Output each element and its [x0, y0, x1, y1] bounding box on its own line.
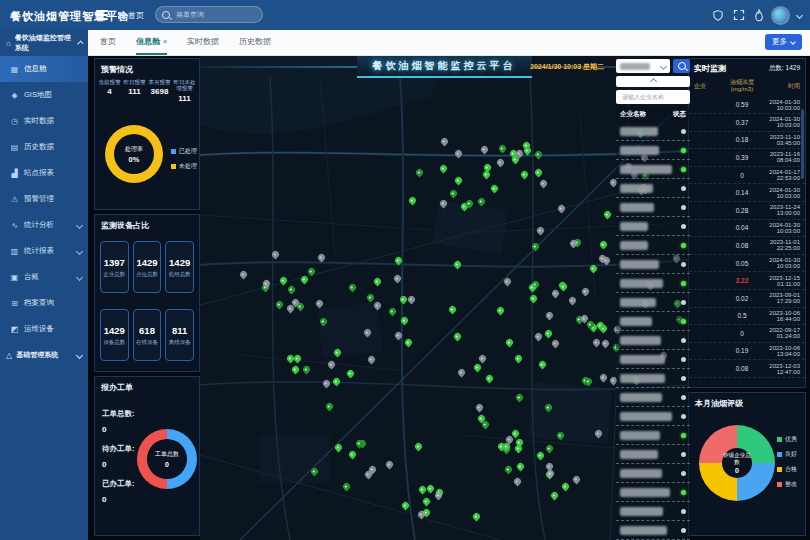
company-list-item[interactable] [616, 160, 690, 179]
realtime-row[interactable]: 0.282023-11-24 13:00:00 [689, 202, 805, 220]
map-marker[interactable] [316, 252, 326, 262]
sidebar-item-ledger[interactable]: ▣台账 [0, 264, 88, 290]
map-marker[interactable] [453, 331, 463, 341]
realtime-row[interactable]: 0.022023-09-01 17:29:00 [689, 290, 805, 308]
map-marker[interactable] [551, 338, 561, 348]
map-marker[interactable] [394, 331, 404, 341]
map-marker[interactable] [385, 460, 395, 470]
map-marker[interactable] [485, 373, 495, 383]
realtime-row[interactable]: 0.372024-01-30 10:03:00 [689, 114, 805, 132]
map-marker[interactable] [520, 170, 530, 180]
map-marker[interactable] [270, 249, 280, 259]
map-marker[interactable] [543, 329, 553, 339]
company-list-item[interactable] [616, 350, 690, 369]
map-marker[interactable] [598, 372, 608, 382]
area-select[interactable] [616, 59, 670, 73]
map-marker[interactable] [474, 402, 484, 412]
sidebar-item-statistical-analysis[interactable]: ∿统计分析 [0, 212, 88, 238]
company-name-search[interactable] [616, 90, 690, 104]
tab-首页[interactable]: 首页 [100, 30, 116, 55]
map-marker[interactable] [449, 189, 459, 199]
map-marker[interactable] [347, 450, 357, 460]
company-list-item[interactable] [616, 255, 690, 274]
company-list-item[interactable] [616, 198, 690, 217]
sidebar-item-history-data[interactable]: ▤历史数据 [0, 134, 88, 160]
sidebar-section-base-system[interactable]: △ 基础管理系统 [0, 342, 88, 368]
tab-信息舱[interactable]: 信息舱× [136, 30, 167, 55]
map-marker[interactable] [581, 287, 591, 297]
map-marker[interactable] [602, 210, 612, 220]
map-marker[interactable] [365, 293, 375, 303]
map-marker[interactable] [537, 360, 547, 370]
map-marker[interactable] [292, 353, 302, 363]
sidebar-item-station-report[interactable]: ▟站点报表 [0, 160, 88, 186]
company-list-item[interactable] [616, 141, 690, 160]
collapse-bar[interactable] [616, 76, 690, 87]
map-marker[interactable] [333, 442, 343, 452]
notification-shield-icon[interactable] [712, 9, 724, 22]
company-list-item[interactable] [616, 369, 690, 388]
close-icon[interactable]: × [163, 38, 167, 45]
map-marker[interactable] [534, 331, 544, 341]
map-marker[interactable] [530, 241, 540, 251]
flame-icon[interactable] [754, 9, 764, 22]
realtime-row[interactable]: 02024-01-17 22:53:00 [689, 167, 805, 185]
more-button[interactable]: 更多 [765, 34, 802, 50]
map-marker[interactable] [279, 275, 289, 285]
map-marker[interactable] [589, 264, 599, 274]
map-marker[interactable] [528, 294, 538, 304]
map-marker[interactable] [516, 462, 526, 472]
map-marker[interactable] [568, 295, 578, 305]
map-marker[interactable] [479, 145, 489, 155]
realtime-row[interactable]: 0.392023-11-16 08:04:00 [689, 149, 805, 167]
realtime-row[interactable]: 0.082023-12-03 12:47:00 [689, 360, 805, 378]
realtime-row[interactable]: 02022-09-17 01:24:00 [689, 325, 805, 343]
map-marker[interactable] [372, 300, 382, 310]
chevron-down-icon[interactable] [796, 11, 803, 18]
map-marker[interactable] [545, 311, 555, 321]
map-marker[interactable] [496, 305, 506, 315]
map-marker[interactable] [439, 164, 449, 174]
company-list-item[interactable] [616, 388, 690, 407]
map-marker[interactable] [550, 491, 560, 501]
map-marker[interactable] [544, 402, 554, 412]
map-marker[interactable] [600, 339, 610, 349]
company-list-item[interactable] [616, 521, 690, 540]
realtime-row[interactable]: 0.082023-11-01 22:25:00 [689, 237, 805, 255]
map-marker[interactable] [302, 365, 312, 375]
realtime-row[interactable]: 0.052024-01-30 10:03:00 [689, 255, 805, 273]
sidebar-item-ops-equipment[interactable]: ◩运维设备 [0, 316, 88, 342]
sidebar-item-warning-management[interactable]: ⚠预警管理 [0, 186, 88, 212]
map-marker[interactable] [497, 143, 507, 153]
company-list-item[interactable] [616, 179, 690, 198]
realtime-row[interactable]: 0.142024-01-30 10:03:00 [689, 184, 805, 202]
map-marker[interactable] [572, 475, 582, 485]
map-marker[interactable] [555, 430, 565, 440]
map-marker[interactable] [319, 316, 329, 326]
map-marker[interactable] [322, 379, 332, 389]
map-marker[interactable] [478, 354, 488, 364]
scrollbar[interactable] [801, 109, 804, 179]
map-marker[interactable] [332, 347, 342, 357]
map-marker[interactable] [452, 259, 462, 269]
map-marker[interactable] [476, 196, 486, 206]
map-marker[interactable] [599, 240, 609, 250]
map-marker[interactable] [399, 316, 409, 326]
map-marker[interactable] [534, 150, 544, 160]
realtime-row[interactable]: 0.192023-10-06 13:04:00 [689, 343, 805, 361]
tab-历史数据[interactable]: 历史数据 [239, 30, 271, 55]
map-marker[interactable] [489, 183, 499, 193]
map-marker[interactable] [447, 304, 457, 314]
map-marker[interactable] [346, 369, 356, 379]
map-marker[interactable] [515, 393, 525, 403]
map-marker[interactable] [408, 195, 418, 205]
map-marker[interactable] [291, 365, 301, 375]
map-marker[interactable] [324, 401, 334, 411]
map-marker[interactable] [495, 157, 505, 167]
map-marker[interactable] [545, 443, 555, 453]
tab-实时数据[interactable]: 实时数据 [187, 30, 219, 55]
company-list-item[interactable] [616, 274, 690, 293]
sidebar-item-info-cabin[interactable]: ▦信息舱 [0, 56, 88, 82]
map-marker[interactable] [275, 300, 285, 310]
map-marker[interactable] [422, 497, 432, 507]
